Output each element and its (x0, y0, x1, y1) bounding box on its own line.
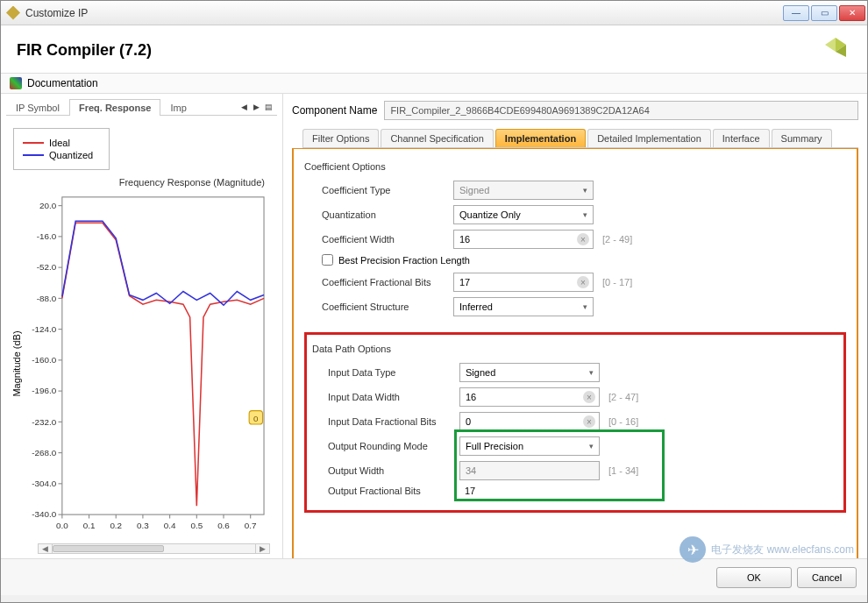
coeff-quant-select[interactable]: Quantize Only (453, 205, 594, 224)
ok-button[interactable]: OK (716, 567, 792, 588)
coeff-type-label: Coefficient Type (322, 185, 453, 195)
svg-text:0: 0 (253, 414, 259, 423)
clear-icon[interactable]: × (577, 233, 589, 245)
config-tabs: Filter Options Channel Specification Imp… (302, 129, 858, 148)
header: FIR Compiler (7.2) (1, 25, 867, 74)
clear-icon[interactable]: × (577, 276, 589, 288)
tab-menu-icon[interactable]: ▤ (263, 102, 274, 112)
in-type-label: Input Data Type (328, 367, 459, 378)
coeff-quant-label: Quantization (322, 209, 453, 220)
component-name-label: Component Name (292, 104, 377, 117)
left-tab-strip: IP Symbol Freq. Response Imp ◀ ▶ ▤ (6, 99, 277, 116)
in-width-label: Input Data Width (328, 392, 459, 402)
svg-text:0.3: 0.3 (137, 521, 149, 530)
tab-impulse[interactable]: Imp (160, 99, 189, 116)
svg-text:-268.0: -268.0 (32, 448, 56, 458)
right-panel: Component Name Filter Options Channel Sp… (283, 94, 867, 558)
in-width-input[interactable]: 16× (459, 387, 600, 407)
documentation-link[interactable]: Documentation (27, 77, 98, 89)
tab-ip-symbol[interactable]: IP Symbol (6, 99, 69, 116)
cancel-button[interactable]: Cancel (797, 567, 857, 588)
close-button[interactable]: ✕ (839, 5, 865, 21)
chart-scrollbar[interactable]: ◀ ▶ (38, 543, 270, 554)
tab-next-icon[interactable]: ▶ (251, 102, 261, 112)
chart: Magnitude (dB) 20.0-16.0-52.0-88.0-124.0… (6, 189, 277, 542)
svg-rect-0 (62, 197, 264, 514)
tab-freq-response[interactable]: Freq. Response (69, 99, 161, 116)
in-type-select[interactable]: Signed (459, 363, 600, 382)
svg-text:0.0: 0.0 (56, 521, 68, 530)
watermark-text: 电子发烧友 www.elecfans.com (711, 543, 854, 557)
coeff-type-select[interactable]: Signed (453, 181, 594, 200)
tab-prev-icon[interactable]: ◀ (238, 102, 249, 112)
window-title: Customize IP (25, 7, 783, 19)
svg-text:-196.0: -196.0 (32, 386, 56, 395)
maximize-button[interactable]: ▭ (811, 5, 837, 21)
minimize-button[interactable]: — (783, 5, 809, 21)
datapath-group-title: Data Path Options (312, 344, 840, 354)
coeff-struct-label: Coefficient Structure (322, 302, 453, 312)
chart-title: Frequency Response (Magnitude) (6, 177, 265, 188)
legend-quantized: Quantized (23, 150, 100, 160)
clear-icon[interactable]: × (583, 391, 595, 403)
footer: OK Cancel (1, 558, 867, 595)
coeff-frac-hint: [0 - 17] (602, 277, 632, 287)
coeff-group-title: Coefficient Options (304, 161, 846, 172)
watermark-icon: ✈ (679, 536, 706, 563)
svg-text:-160.0: -160.0 (32, 355, 56, 365)
clear-icon[interactable]: × (583, 415, 595, 428)
window-buttons: — ▭ ✕ (783, 5, 865, 21)
svg-text:-340.0: -340.0 (32, 509, 56, 519)
legend-ideal: Ideal (23, 138, 100, 148)
legend-ideal-swatch (23, 142, 44, 144)
best-precision-checkbox[interactable] (322, 254, 333, 266)
svg-text:0.5: 0.5 (190, 521, 203, 530)
svg-text:-124.0: -124.0 (32, 324, 56, 334)
scroll-left-icon[interactable]: ◀ (39, 544, 53, 553)
out-width-hint: [1 - 34] (608, 465, 638, 476)
legend-ideal-label: Ideal (49, 138, 70, 148)
highlight-red: Data Path Options Input Data Type Signed… (304, 332, 846, 513)
svg-text:0.2: 0.2 (110, 521, 122, 530)
documentation-icon (10, 77, 22, 89)
left-panel: IP Symbol Freq. Response Imp ◀ ▶ ▤ Ideal… (1, 94, 283, 558)
coeff-width-input[interactable]: 16× (453, 230, 594, 249)
tab-summary[interactable]: Summary (772, 129, 832, 147)
in-frac-hint: [0 - 16] (608, 416, 638, 427)
tab-implementation[interactable]: Implementation (495, 129, 586, 147)
out-frac-label: Output Fractional Bits (328, 486, 459, 496)
out-frac-value: 17 (459, 486, 600, 496)
page-title: FIR Compiler (7.2) (17, 41, 820, 60)
tab-interface[interactable]: Interface (713, 129, 770, 147)
titlebar: Customize IP — ▭ ✕ (1, 1, 867, 25)
out-width-input[interactable]: 34 (459, 461, 600, 480)
vendor-logo-icon (820, 34, 851, 66)
svg-text:-88.0: -88.0 (37, 294, 57, 303)
svg-text:-232.0: -232.0 (32, 417, 56, 427)
legend-quantized-label: Quantized (49, 150, 93, 160)
svg-text:20.0: 20.0 (39, 201, 57, 210)
svg-text:-52.0: -52.0 (37, 262, 57, 272)
watermark: ✈ 电子发烧友 www.elecfans.com (679, 536, 854, 563)
coeff-width-hint: [2 - 49] (602, 234, 632, 245)
tab-detailed-impl[interactable]: Detailed Implementation (587, 129, 711, 147)
scroll-thumb[interactable] (53, 545, 164, 552)
legend-quantized-swatch (23, 154, 44, 156)
component-name-field[interactable] (384, 101, 858, 120)
coeff-frac-input[interactable]: 17× (453, 273, 594, 292)
svg-text:0.1: 0.1 (83, 521, 96, 530)
scroll-right-icon[interactable]: ▶ (255, 544, 269, 553)
in-frac-input[interactable]: 0× (459, 412, 600, 431)
app-icon (6, 6, 20, 20)
tab-channel-spec[interactable]: Channel Specification (381, 129, 493, 147)
tab-filter-options[interactable]: Filter Options (302, 129, 379, 147)
config-panel: Coefficient Options Coefficient Type Sig… (292, 148, 858, 558)
chart-ylabel: Magnitude (dB) (10, 189, 24, 538)
svg-text:-16.0: -16.0 (37, 231, 57, 241)
coeff-struct-select[interactable]: Inferred (453, 297, 594, 316)
best-precision-label: Best Precision Fraction Length (338, 255, 470, 266)
toolbar: Documentation (1, 74, 867, 94)
round-mode-select[interactable]: Full Precision (459, 436, 600, 456)
round-mode-label: Output Rounding Mode (328, 441, 459, 451)
chart-svg: 20.0-16.0-52.0-88.0-124.0-160.0-196.0-23… (24, 189, 274, 538)
